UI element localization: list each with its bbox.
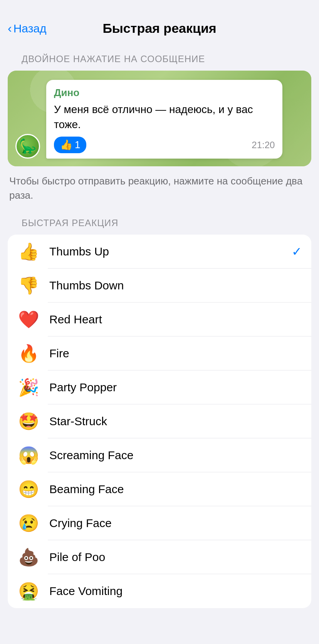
reactions-section-label: БЫСТРАЯ РЕАКЦИЯ [8, 218, 311, 228]
reaction-name-label: Red Heart [49, 313, 302, 326]
chat-footer: 👍 1 21:20 [54, 137, 275, 153]
double-tap-section-label: ДВОЙНОЕ НАЖАТИЕ НА СООБЩЕНИЕ [8, 54, 311, 64]
reaction-badge: 👍 1 [54, 137, 86, 153]
reaction-emoji-icon: 🔥 [17, 343, 40, 363]
chat-time: 21:20 [252, 140, 275, 150]
reaction-emoji-icon: 🎉 [17, 377, 40, 397]
reaction-item[interactable]: 🤮Face Vomiting [8, 574, 311, 608]
reaction-item[interactable]: 🔥Fire [8, 336, 311, 370]
reaction-emoji-icon: 🤩 [17, 411, 40, 431]
double-tap-section: ДВОЙНОЕ НАЖАТИЕ НА СООБЩЕНИЕ Дино У меня… [0, 42, 319, 202]
back-label: Назад [13, 22, 47, 35]
reaction-name-label: Fire [49, 347, 302, 360]
avatar-emoji: 🦕 [19, 138, 37, 154]
reaction-emoji-icon: 😁 [17, 479, 40, 499]
reaction-emoji-icon: 👍 [17, 242, 40, 262]
reaction-emoji-icon: 👎 [17, 276, 40, 296]
reaction-emoji-icon: 💩 [17, 547, 40, 567]
selected-checkmark-icon: ✓ [292, 244, 302, 259]
chat-preview: Дино У меня всё отлично — надеюсь, и у в… [8, 71, 311, 166]
reaction-item[interactable]: 😁Beaming Face [8, 472, 311, 506]
reaction-name-label: Party Popper [49, 381, 302, 394]
reaction-item[interactable]: 🤩Star-Struck [8, 404, 311, 438]
reaction-name-label: Star-Struck [49, 415, 302, 428]
reaction-emoji-icon: 😱 [17, 445, 40, 465]
reaction-name-label: Face Vomiting [49, 585, 302, 598]
reaction-name-label: Screaming Face [49, 449, 302, 462]
reaction-item[interactable]: 💩Pile of Poo [8, 540, 311, 574]
chevron-left-icon: ‹ [8, 22, 12, 34]
reaction-item[interactable]: 🎉Party Popper [8, 370, 311, 404]
reaction-emoji: 👍 [60, 139, 72, 151]
reaction-count: 1 [75, 139, 80, 151]
reaction-name-label: Thumbs Down [49, 279, 302, 292]
reaction-item[interactable]: 👎Thumbs Down [8, 269, 311, 303]
chat-sender: Дино [54, 87, 275, 99]
reaction-item[interactable]: 😢Crying Face [8, 506, 311, 540]
chat-bubble: Дино У меня всё отлично — надеюсь, и у в… [46, 80, 282, 159]
double-tap-hint: Чтобы быстро отправить реакцию, нажмите … [8, 174, 311, 202]
reaction-name-label: Beaming Face [49, 483, 302, 496]
reaction-emoji-icon: 🤮 [17, 581, 40, 601]
reaction-name-label: Thumbs Up [49, 245, 287, 258]
reaction-name-label: Crying Face [49, 517, 302, 530]
chat-message: У меня всё отлично — надеюсь, и у вас то… [54, 102, 275, 132]
reaction-item[interactable]: ❤️Red Heart [8, 303, 311, 336]
reaction-emoji-icon: ❤️ [17, 309, 40, 330]
reactions-section: БЫСТРАЯ РЕАКЦИЯ 👍Thumbs Up✓👎Thumbs Down❤… [0, 218, 319, 608]
avatar: 🦕 [15, 134, 40, 159]
header: ‹ Назад Быстрая реакция [0, 0, 319, 42]
reactions-list: 👍Thumbs Up✓👎Thumbs Down❤️Red Heart🔥Fire🎉… [8, 235, 311, 608]
reaction-item[interactable]: 👍Thumbs Up✓ [8, 235, 311, 269]
page-title: Быстрая реакция [102, 21, 216, 36]
reaction-name-label: Pile of Poo [49, 551, 302, 564]
reaction-emoji-icon: 😢 [17, 513, 40, 533]
back-button[interactable]: ‹ Назад [8, 22, 47, 35]
reaction-item[interactable]: 😱Screaming Face [8, 438, 311, 472]
chat-inner: Дино У меня всё отлично — надеюсь, и у в… [8, 71, 311, 166]
